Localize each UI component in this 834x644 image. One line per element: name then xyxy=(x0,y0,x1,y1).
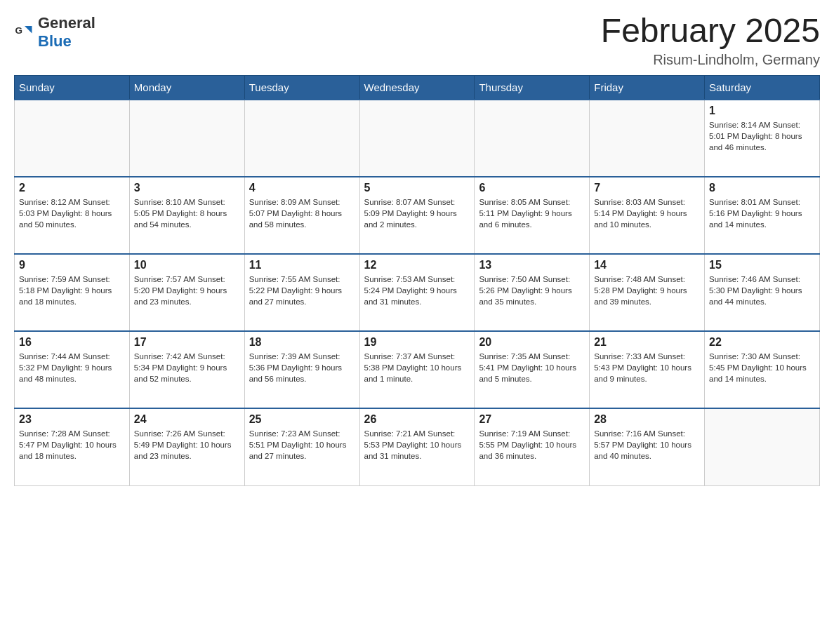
day-number: 19 xyxy=(364,336,470,349)
day-number: 9 xyxy=(19,259,125,271)
day-info: Sunrise: 7:37 AM Sunset: 5:38 PM Dayligh… xyxy=(364,351,470,384)
svg-marker-1 xyxy=(25,26,32,34)
header-saturday: Saturday xyxy=(705,76,820,100)
day-info: Sunrise: 7:48 AM Sunset: 5:28 PM Dayligh… xyxy=(594,274,700,307)
day-number: 2 xyxy=(19,182,125,194)
calendar-cell xyxy=(244,100,359,177)
calendar-cell: 23Sunrise: 7:28 AM Sunset: 5:47 PM Dayli… xyxy=(15,408,130,485)
day-number: 11 xyxy=(249,259,355,271)
day-number: 13 xyxy=(479,259,585,271)
logo-icon: G xyxy=(14,22,35,43)
day-number: 18 xyxy=(249,336,355,349)
day-info: Sunrise: 8:01 AM Sunset: 5:16 PM Dayligh… xyxy=(709,196,815,230)
day-info: Sunrise: 8:07 AM Sunset: 5:09 PM Dayligh… xyxy=(364,196,470,230)
day-number: 20 xyxy=(479,336,585,349)
calendar-cell: 8Sunrise: 8:01 AM Sunset: 5:16 PM Daylig… xyxy=(705,177,820,254)
day-info: Sunrise: 7:57 AM Sunset: 5:20 PM Dayligh… xyxy=(134,274,240,307)
logo: G General Blue xyxy=(14,14,95,51)
day-number: 10 xyxy=(134,259,240,271)
header-tuesday: Tuesday xyxy=(244,76,359,100)
day-info: Sunrise: 8:05 AM Sunset: 5:11 PM Dayligh… xyxy=(479,196,585,230)
day-info: Sunrise: 7:30 AM Sunset: 5:45 PM Dayligh… xyxy=(709,351,815,384)
day-number: 26 xyxy=(364,413,470,426)
header-sunday: Sunday xyxy=(15,76,130,100)
calendar-cell: 24Sunrise: 7:26 AM Sunset: 5:49 PM Dayli… xyxy=(129,408,244,485)
day-info: Sunrise: 7:42 AM Sunset: 5:34 PM Dayligh… xyxy=(134,351,240,384)
day-info: Sunrise: 7:33 AM Sunset: 5:43 PM Dayligh… xyxy=(594,351,700,384)
calendar-week-3: 9Sunrise: 7:59 AM Sunset: 5:18 PM Daylig… xyxy=(15,254,820,331)
calendar-cell: 20Sunrise: 7:35 AM Sunset: 5:41 PM Dayli… xyxy=(475,331,590,408)
calendar-week-2: 2Sunrise: 8:12 AM Sunset: 5:03 PM Daylig… xyxy=(15,177,820,254)
calendar-cell: 3Sunrise: 8:10 AM Sunset: 5:05 PM Daylig… xyxy=(129,177,244,254)
day-info: Sunrise: 7:59 AM Sunset: 5:18 PM Dayligh… xyxy=(19,274,125,307)
calendar-cell: 2Sunrise: 8:12 AM Sunset: 5:03 PM Daylig… xyxy=(15,177,130,254)
day-number: 23 xyxy=(19,413,125,426)
calendar-cell: 4Sunrise: 8:09 AM Sunset: 5:07 PM Daylig… xyxy=(244,177,359,254)
day-info: Sunrise: 7:26 AM Sunset: 5:49 PM Dayligh… xyxy=(134,428,240,462)
calendar-cell: 7Sunrise: 8:03 AM Sunset: 5:14 PM Daylig… xyxy=(590,177,705,254)
calendar-cell: 1Sunrise: 8:14 AM Sunset: 5:01 PM Daylig… xyxy=(705,100,820,177)
calendar-cell: 15Sunrise: 7:46 AM Sunset: 5:30 PM Dayli… xyxy=(705,254,820,331)
calendar-cell: 17Sunrise: 7:42 AM Sunset: 5:34 PM Dayli… xyxy=(129,331,244,408)
calendar-cell: 27Sunrise: 7:19 AM Sunset: 5:55 PM Dayli… xyxy=(475,408,590,485)
calendar-cell: 16Sunrise: 7:44 AM Sunset: 5:32 PM Dayli… xyxy=(15,331,130,408)
day-info: Sunrise: 7:28 AM Sunset: 5:47 PM Dayligh… xyxy=(19,428,125,462)
day-number: 6 xyxy=(479,182,585,194)
day-info: Sunrise: 7:23 AM Sunset: 5:51 PM Dayligh… xyxy=(249,428,355,462)
day-number: 7 xyxy=(594,182,700,194)
day-number: 28 xyxy=(594,413,700,426)
header-thursday: Thursday xyxy=(475,76,590,100)
calendar-cell: 13Sunrise: 7:50 AM Sunset: 5:26 PM Dayli… xyxy=(475,254,590,331)
calendar-cell: 28Sunrise: 7:16 AM Sunset: 5:57 PM Dayli… xyxy=(590,408,705,485)
day-number: 8 xyxy=(709,182,815,194)
calendar-week-5: 23Sunrise: 7:28 AM Sunset: 5:47 PM Dayli… xyxy=(15,408,820,485)
month-title: February 2025 xyxy=(601,14,820,48)
day-info: Sunrise: 8:14 AM Sunset: 5:01 PM Dayligh… xyxy=(709,119,815,153)
day-number: 3 xyxy=(134,182,240,194)
logo-wordmark: General Blue xyxy=(38,14,95,51)
day-info: Sunrise: 8:12 AM Sunset: 5:03 PM Dayligh… xyxy=(19,196,125,230)
day-info: Sunrise: 7:50 AM Sunset: 5:26 PM Dayligh… xyxy=(479,274,585,307)
calendar-cell xyxy=(359,100,475,177)
day-info: Sunrise: 7:19 AM Sunset: 5:55 PM Dayligh… xyxy=(479,428,585,462)
calendar-cell xyxy=(15,100,130,177)
calendar-cell: 26Sunrise: 7:21 AM Sunset: 5:53 PM Dayli… xyxy=(359,408,475,485)
logo-text-general: General xyxy=(38,14,95,32)
calendar-table: Sunday Monday Tuesday Wednesday Thursday… xyxy=(14,75,820,486)
day-number: 21 xyxy=(594,336,700,349)
calendar-cell: 21Sunrise: 7:33 AM Sunset: 5:43 PM Dayli… xyxy=(590,331,705,408)
logo-text-blue: Blue xyxy=(38,32,72,50)
day-number: 17 xyxy=(134,336,240,349)
calendar-cell: 11Sunrise: 7:55 AM Sunset: 5:22 PM Dayli… xyxy=(244,254,359,331)
day-info: Sunrise: 8:09 AM Sunset: 5:07 PM Dayligh… xyxy=(249,196,355,230)
svg-text:G: G xyxy=(15,25,23,36)
calendar-header: Sunday Monday Tuesday Wednesday Thursday… xyxy=(15,76,820,100)
title-block: February 2025 Risum-Lindholm, Germany xyxy=(601,14,820,68)
day-number: 12 xyxy=(364,259,470,271)
day-info: Sunrise: 7:21 AM Sunset: 5:53 PM Dayligh… xyxy=(364,428,470,462)
day-info: Sunrise: 7:46 AM Sunset: 5:30 PM Dayligh… xyxy=(709,274,815,307)
calendar-cell: 25Sunrise: 7:23 AM Sunset: 5:51 PM Dayli… xyxy=(244,408,359,485)
day-info: Sunrise: 8:03 AM Sunset: 5:14 PM Dayligh… xyxy=(594,196,700,230)
header-row: Sunday Monday Tuesday Wednesday Thursday… xyxy=(15,76,820,100)
day-info: Sunrise: 7:44 AM Sunset: 5:32 PM Dayligh… xyxy=(19,351,125,384)
calendar-week-4: 16Sunrise: 7:44 AM Sunset: 5:32 PM Dayli… xyxy=(15,331,820,408)
calendar-cell: 10Sunrise: 7:57 AM Sunset: 5:20 PM Dayli… xyxy=(129,254,244,331)
calendar-week-1: 1Sunrise: 8:14 AM Sunset: 5:01 PM Daylig… xyxy=(15,100,820,177)
day-number: 22 xyxy=(709,336,815,349)
day-number: 4 xyxy=(249,182,355,194)
day-number: 5 xyxy=(364,182,470,194)
calendar-cell: 9Sunrise: 7:59 AM Sunset: 5:18 PM Daylig… xyxy=(15,254,130,331)
calendar-cell: 12Sunrise: 7:53 AM Sunset: 5:24 PM Dayli… xyxy=(359,254,475,331)
day-number: 1 xyxy=(709,105,815,117)
day-info: Sunrise: 7:16 AM Sunset: 5:57 PM Dayligh… xyxy=(594,428,700,462)
calendar-cell xyxy=(705,408,820,485)
calendar-body: 1Sunrise: 8:14 AM Sunset: 5:01 PM Daylig… xyxy=(15,100,820,485)
header-friday: Friday xyxy=(590,76,705,100)
calendar-cell xyxy=(475,100,590,177)
calendar-cell: 5Sunrise: 8:07 AM Sunset: 5:09 PM Daylig… xyxy=(359,177,475,254)
calendar-cell: 6Sunrise: 8:05 AM Sunset: 5:11 PM Daylig… xyxy=(475,177,590,254)
day-info: Sunrise: 7:53 AM Sunset: 5:24 PM Dayligh… xyxy=(364,274,470,307)
calendar-cell: 22Sunrise: 7:30 AM Sunset: 5:45 PM Dayli… xyxy=(705,331,820,408)
day-info: Sunrise: 7:39 AM Sunset: 5:36 PM Dayligh… xyxy=(249,351,355,384)
